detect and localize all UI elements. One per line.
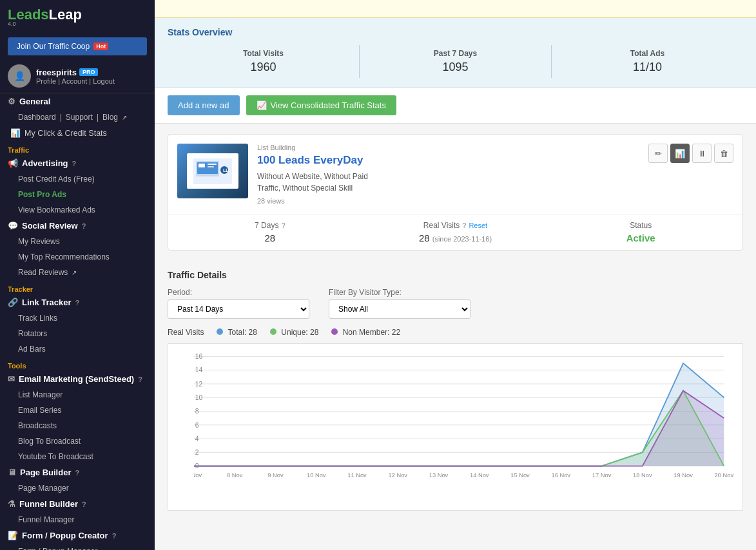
- svg-rect-3: [199, 164, 205, 167]
- ad-thumb-inner: LL: [187, 153, 238, 189]
- visitor-type-select[interactable]: Show All Members Only Non Members Only: [329, 299, 470, 319]
- chart-icon: 📈: [257, 100, 267, 110]
- page-builder-icon: 🖥: [8, 468, 16, 477]
- rotators-label: Rotators: [18, 329, 47, 338]
- sidebar-item-form-popup[interactable]: 📝 Form / Popup Creator ?: [0, 527, 155, 544]
- period-label: Period:: [168, 288, 309, 297]
- sidebar-item-email-series[interactable]: Email Series: [0, 403, 155, 418]
- ad-stat-real-visits: Real Visits ? Reset 28 (since 2023-11-16…: [363, 221, 548, 243]
- sidebar-item-general[interactable]: ⚙ General: [0, 93, 155, 109]
- main-content: Stats Overview Total Visits 1960 Past 7 …: [155, 0, 756, 550]
- svg-text:LL: LL: [223, 168, 229, 173]
- stats-overview: Stats Overview Total Visits 1960 Past 7 …: [155, 18, 756, 88]
- svg-text:16: 16: [195, 353, 203, 360]
- logo-area: LeadsLeap 4.0: [0, 0, 155, 33]
- ad-title[interactable]: 100 Leads EveryDay: [257, 154, 639, 167]
- sidebar-item-funnel-builder[interactable]: ⚗ Funnel Builder ?: [0, 496, 155, 512]
- real-visits-help-icon[interactable]: ?: [462, 222, 466, 229]
- sidebar-general-label: General: [19, 97, 50, 106]
- sidebar-item-dashboard[interactable]: Dashboard | Support | Blog ↗: [0, 109, 155, 125]
- svg-text:15 Nov: 15 Nov: [510, 471, 530, 479]
- user-area: 👤 freespirits PRO Profile | Account | Lo…: [0, 59, 155, 93]
- stats-grid: Total Visits 1960 Past 7 Days 1095 Total…: [168, 45, 743, 78]
- sidebar-item-broadcasts[interactable]: Broadcasts: [0, 418, 155, 433]
- sidebar-item-form-popup-manager[interactable]: Form / Popup Manager: [0, 544, 155, 550]
- svg-text:12 Nov: 12 Nov: [389, 471, 408, 479]
- sidebar-item-click-credit-stats[interactable]: 📊 My Click & Credit Stats: [0, 125, 155, 141]
- user-info: freespirits PRO Profile | Account | Logo…: [36, 68, 115, 85]
- sidebar-item-funnel-manager[interactable]: Funnel Manager: [0, 512, 155, 527]
- sidebar-item-track-links[interactable]: Track Links: [0, 310, 155, 326]
- svg-text:18 Nov: 18 Nov: [633, 471, 652, 479]
- period-select[interactable]: Past 7 Days Past 14 Days Past 30 Days Pa…: [168, 299, 309, 319]
- sidebar-item-post-pro-ads[interactable]: Post Pro Ads: [0, 187, 155, 202]
- filter-row: Period: Past 7 Days Past 14 Days Past 30…: [168, 288, 743, 319]
- sidebar-item-advertising[interactable]: 📢 Advertising ?: [0, 155, 155, 171]
- sidebar-item-post-credit-ads[interactable]: Post Credit Ads (Free): [0, 171, 155, 187]
- svg-rect-4: [208, 164, 217, 165]
- svg-text:14: 14: [195, 366, 203, 374]
- email-marketing-help-icon: ?: [138, 375, 142, 383]
- sidebar-item-view-bookmarked[interactable]: View Bookmarked Ads: [0, 202, 155, 218]
- sidebar-category-traffic: Traffic: [0, 144, 155, 155]
- total-ads-label: Total Ads: [552, 49, 743, 58]
- support-label[interactable]: Support: [66, 113, 93, 122]
- account-link[interactable]: Account: [62, 77, 88, 85]
- stats-overview-title: Stats Overview: [168, 27, 743, 37]
- sidebar-category-tracker: Tracker: [0, 283, 155, 294]
- nonmember-legend: Non Member: 22: [331, 328, 400, 337]
- sidebar-item-page-builder[interactable]: 🖥 Page Builder ?: [0, 464, 155, 480]
- sidebar-item-email-marketing[interactable]: ✉ Email Marketing (SendSteed) ?: [0, 371, 155, 387]
- form-popup-help-icon: ?: [112, 532, 117, 540]
- ad-desc: Without A Website, Without Paid Traffic,…: [257, 171, 639, 194]
- sidebar-item-link-tracker[interactable]: 🔗 Link Tracker ?: [0, 294, 155, 310]
- traffic-coop-button[interactable]: Join Our Traffic Coop Hot: [8, 37, 147, 55]
- sidebar-item-my-reviews[interactable]: My Reviews: [0, 234, 155, 249]
- funnel-builder-help-icon: ?: [82, 500, 86, 508]
- pause-ad-button[interactable]: ⏸: [692, 144, 712, 163]
- action-bar: Add a new ad 📈 View Consolidated Traffic…: [155, 88, 756, 124]
- add-new-ad-button[interactable]: Add a new ad: [168, 95, 240, 115]
- sidebar-item-top-recommendations[interactable]: My Top Recommendations: [0, 249, 155, 265]
- sidebar-item-social-review[interactable]: 💬 Social Review ?: [0, 218, 155, 234]
- sidebar-item-rotators[interactable]: Rotators: [0, 326, 155, 341]
- traffic-details-title: Traffic Details: [168, 270, 743, 280]
- legend-row: Real Visits Total: 28 Unique: 28 Non Mem…: [168, 328, 743, 337]
- svg-rect-5: [208, 166, 214, 167]
- real-visits-legend-label: Real Visits: [168, 328, 204, 337]
- 7days-help-icon[interactable]: ?: [281, 222, 285, 229]
- logout-link[interactable]: Logout: [93, 77, 115, 85]
- sidebar-item-read-reviews[interactable]: Read Reviews ↗: [0, 265, 155, 280]
- ad-stats-bar: 7 Days ? 28 Real Visits ? Reset 28 (sinc…: [168, 214, 742, 250]
- 7days-value: 28: [177, 232, 363, 243]
- total-dot: [217, 328, 223, 335]
- my-reviews-label: My Reviews: [18, 237, 60, 246]
- sidebar-item-ad-bars[interactable]: Ad Bars: [0, 341, 155, 357]
- ad-bars-label: Ad Bars: [18, 345, 46, 354]
- profile-link[interactable]: Profile: [36, 77, 56, 85]
- chart-area: 02468101214167 Nov8 Nov9 Nov10 Nov11 Nov…: [168, 343, 743, 511]
- click-credit-label: My Click & Credit Stats: [24, 129, 107, 138]
- ad-category: List Building: [257, 144, 639, 151]
- total-visits-label: Total Visits: [168, 49, 359, 58]
- link-tracker-help-icon: ?: [75, 299, 80, 307]
- svg-text:20 Nov: 20 Nov: [715, 471, 734, 479]
- sidebar-item-list-manager[interactable]: List Manager: [0, 387, 155, 403]
- sidebar-item-blog-broadcast[interactable]: Blog To Broadcast: [0, 433, 155, 449]
- sidebar-item-page-manager[interactable]: Page Manager: [0, 480, 155, 496]
- ad-actions: ✏ 📊 ⏸ 🗑: [648, 144, 733, 163]
- sidebar-item-youtube-broadcast[interactable]: Youtube To Broadcast: [0, 449, 155, 464]
- view-consolidated-stats-button[interactable]: 📈 View Consolidated Traffic Stats: [246, 95, 396, 115]
- reset-link[interactable]: Reset: [469, 222, 487, 229]
- advertising-label: Advertising: [22, 158, 68, 168]
- blog-label[interactable]: Blog: [102, 113, 118, 122]
- edit-ad-button[interactable]: ✏: [648, 144, 668, 163]
- ad-stat-status: Status Active: [548, 221, 733, 243]
- chart-ad-button[interactable]: 📊: [670, 144, 690, 163]
- ad-views: 28 views: [257, 197, 639, 205]
- real-visits-label: Real Visits ? Reset: [363, 221, 548, 230]
- advertising-help-icon: ?: [72, 160, 77, 167]
- post-pro-ads-label: Post Pro Ads: [18, 190, 66, 199]
- delete-ad-button[interactable]: 🗑: [714, 144, 733, 163]
- traffic-details: Traffic Details Period: Past 7 Days Past…: [155, 261, 756, 520]
